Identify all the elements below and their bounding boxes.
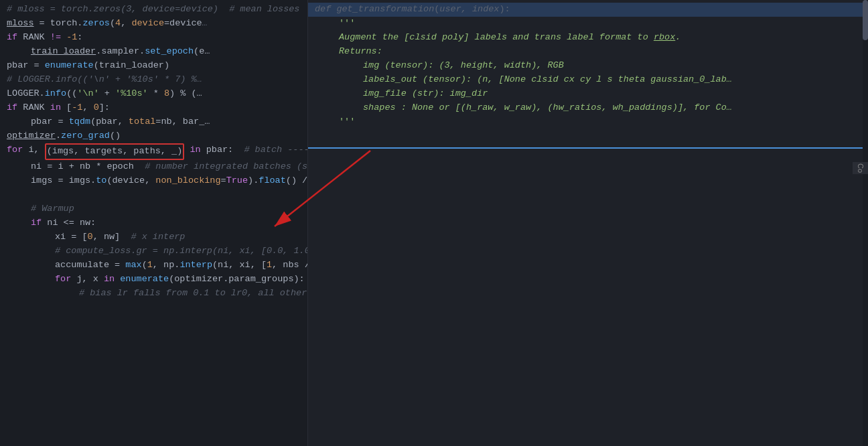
code-line: xi = [0, nw] # x interp [0, 230, 307, 244]
code-line: optimizer.zero_grad() [0, 129, 307, 143]
code-token: enumerate [45, 59, 94, 73]
code-token: device [131, 17, 164, 31]
left-pane[interactable]: # mloss = torch.zeros(3, device=device) … [0, 0, 308, 446]
code-token: . [96, 45, 101, 59]
code-line: if ni <= nw: [0, 216, 307, 230]
code-line: # bias lr falls from 0.1 to lr0, all oth… [0, 287, 307, 301]
code-token: ( [434, 3, 439, 17]
code-token: Augment the [clsid poly] labels and tran… [339, 31, 680, 45]
code-token: user, index [439, 3, 499, 17]
code-line: accumulate = max(1, np.interp(ni, xi, [1… [0, 258, 307, 273]
code-token: interp [179, 258, 212, 273]
code-token: ) % (… [169, 87, 202, 101]
code-token: ): [499, 3, 510, 17]
code-line: train_loader.sampler.set_epoch(e… [0, 45, 307, 59]
code-token: info [45, 87, 66, 101]
code-token: if [7, 31, 17, 45]
code-token: def get_transformation [315, 3, 434, 17]
code-token: img (tensor): (3, height, width), RGB [363, 59, 564, 73]
code-token: , np. [153, 258, 180, 273]
code-token: for [55, 273, 71, 287]
code-line: # Warmup [0, 202, 307, 216]
scrollbar[interactable] [863, 0, 868, 446]
code-token [184, 143, 190, 157]
code-line: if RANK in [-1, 0]: [0, 101, 307, 115]
code-token: total [129, 115, 156, 129]
code-token: RANK [17, 101, 50, 115]
code-token: img_file (str): img_dir [363, 87, 488, 101]
code-token: 8 [164, 87, 169, 101]
code-token: , nw] [93, 230, 131, 244]
code-token: tqdm [69, 115, 90, 129]
code-line: # LOGGER.info(('\n' + '%10s' * 7) %… [0, 73, 307, 87]
code-token: . [56, 129, 61, 143]
code-line: if RANK != -1: [0, 31, 307, 45]
code-token: =nb, bar_… [155, 115, 210, 129]
code-token: 4 [115, 17, 121, 31]
code-token: ( [110, 17, 115, 31]
code-token: : [77, 31, 82, 45]
code-token: ( [142, 258, 147, 273]
code-token: imgs = imgs. [31, 174, 96, 188]
code-token: () [110, 129, 121, 143]
code-token: LOGGER. [7, 87, 45, 101]
code-token: * [148, 87, 164, 101]
code-token: () / [286, 174, 308, 188]
code-token: float [259, 174, 286, 188]
code-token: (pbar, [90, 115, 129, 129]
code-line: ni = i + nb * epoch # number integrated … [0, 160, 307, 174]
code-token: -1 [66, 31, 77, 45]
code-token: # batch --------------------------------… [244, 143, 308, 157]
code-token: (device, [106, 174, 155, 188]
code-token: # Warmup [31, 202, 74, 216]
code-token: (e… [194, 45, 210, 59]
code-token: # LOGGER.info(('\n' + '%10s' * 7) %… [7, 73, 202, 87]
code-token: 0 [88, 230, 93, 244]
code-line: imgs = imgs.to(device, non_blocking=True… [0, 174, 307, 188]
code-token: if [31, 216, 42, 230]
code-token: sampler. [101, 45, 145, 59]
code-token: # bias lr falls from 0.1 to lr0, all oth… [79, 287, 308, 301]
code-token: zeros [82, 17, 110, 31]
code-token: # mloss = torch.zeros(3, device=device) … [7, 3, 299, 17]
code-token: labels_out (tensor): (n, [None clsid cx … [363, 73, 732, 87]
code-token: shapes : None or [(h_raw, w_raw), (hw_ra… [363, 101, 732, 115]
right-pane-top: def get_transformation(user, index): '''… [308, 3, 868, 149]
code-line: img (tensor): (3, height, width), RGB [308, 59, 868, 73]
code-token: True [226, 174, 248, 188]
code-token: pbar: [201, 143, 244, 157]
code-line: Augment the [clsid poly] labels and tran… [308, 31, 868, 45]
code-token-highlighted: (imgs, targets, paths, _) [45, 143, 185, 160]
code-token: zero_grad [61, 129, 110, 143]
code-token: torch. [50, 17, 83, 31]
code-token: ''' [339, 17, 355, 31]
code-token: # compute_loss.gr = np.interp(ni, xi, [0… [55, 244, 308, 258]
code-token: != [50, 31, 61, 45]
code-token: enumerate [120, 273, 169, 287]
code-line: Returns: [308, 45, 868, 59]
code-line: # mloss = torch.zeros(3, device=device) … [0, 3, 307, 17]
code-token: [ [61, 101, 72, 115]
code-token [61, 31, 66, 45]
code-token: for [7, 143, 23, 157]
code-line: # compute_loss.gr = np.interp(ni, xi, [0… [0, 244, 307, 258]
code-token: = [221, 174, 226, 188]
code-line: shapes : None or [(h_raw, w_raw), (hw_ra… [308, 101, 868, 115]
code-token: train_loader [31, 45, 96, 59]
code-token: non_blocking [155, 174, 220, 188]
code-token: (( [66, 87, 77, 101]
code-token: set_epoch [145, 45, 194, 59]
code-token: in [50, 101, 61, 115]
code-token: # number integrated batches (since train… [145, 160, 308, 174]
code-token: in [104, 273, 115, 287]
code-token: 1 [267, 258, 272, 273]
scrollbar-thumb[interactable] [863, 0, 868, 40]
code-token: optimizer [7, 129, 56, 143]
code-token: '\n' [77, 87, 98, 101]
right-pane[interactable]: def get_transformation(user, index): '''… [308, 0, 868, 446]
code-token: to [96, 174, 106, 188]
code-line [308, 129, 868, 143]
code-token: … [202, 17, 208, 31]
code-token: =device [164, 17, 202, 31]
code-line: for j, x in enumerate(optimizer.param_gr… [0, 273, 307, 287]
